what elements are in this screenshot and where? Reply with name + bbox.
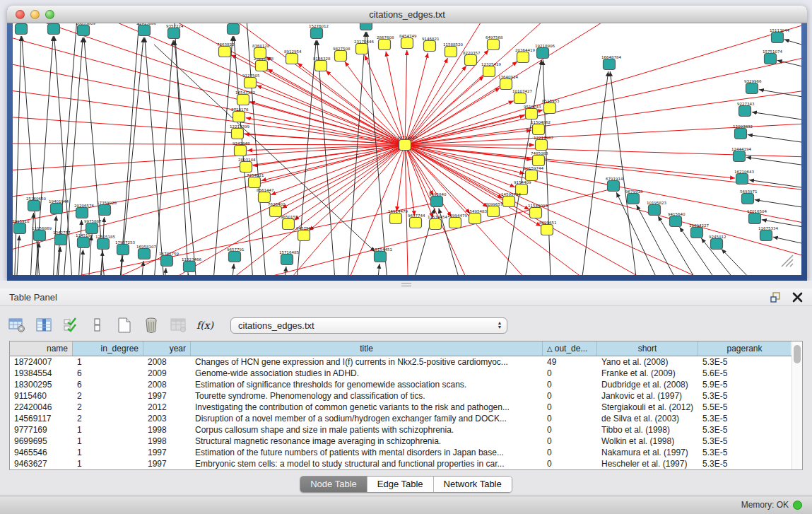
graph-node[interactable]: 10159744 (524, 166, 543, 181)
delete-table-icon[interactable] (140, 314, 163, 337)
table-cell[interactable]: 9463627 (10, 458, 73, 469)
table-cell[interactable]: 5.3E-5 (698, 413, 791, 424)
float-panel-icon[interactable] (770, 291, 782, 303)
table-cell[interactable]: 5.3E-5 (698, 436, 791, 447)
graph-node[interactable]: 15751074 (763, 49, 782, 64)
table-cell[interactable]: 1 (73, 356, 143, 368)
table-cell[interactable]: Franke et al. (2009) (597, 368, 698, 379)
table-cell[interactable]: 18724007 (10, 356, 73, 368)
graph-node[interactable]: 8099651 (539, 221, 557, 235)
graph-edge[interactable] (154, 45, 375, 252)
graph-node[interactable]: 10694227 (689, 223, 709, 238)
graph-node[interactable]: 11323466 (182, 257, 201, 272)
table-cell[interactable]: de Silva et al. (2003) (597, 413, 698, 424)
table-cell[interactable]: 0 (543, 424, 597, 436)
graph-node[interactable]: 8457565 (296, 226, 314, 241)
graph-edge[interactable] (14, 36, 21, 275)
graph-node[interactable]: 7485083 (531, 151, 548, 166)
graph-node[interactable]: 11675334 (758, 226, 778, 241)
table-cell[interactable]: 5.9E-5 (698, 379, 791, 390)
graph-edge[interactable] (748, 134, 801, 144)
graph-node[interactable]: 16648784 (601, 55, 621, 70)
table-cell[interactable]: 0 (543, 368, 597, 379)
table-cell[interactable]: 2008 (143, 379, 191, 390)
table-row[interactable]: 1830029562008Estimation of significance … (10, 379, 792, 390)
graph-node[interactable]: 9245012 (709, 235, 726, 250)
graph-edge[interactable] (119, 23, 140, 275)
graph-edge[interactable] (230, 264, 234, 275)
table-cell[interactable]: 19384554 (10, 368, 73, 379)
table-row[interactable]: 1938455462009Genome-wide association stu… (10, 368, 792, 379)
graph-node[interactable]: 2718176 (231, 107, 249, 122)
table-cell[interactable]: 5.3E-5 (698, 447, 791, 458)
table-cell[interactable]: 9115460 (10, 390, 73, 402)
graph-node[interactable]: 16914479 (388, 209, 408, 224)
graph-edge[interactable] (376, 264, 379, 275)
graph-node[interactable]: 9329966 (744, 79, 762, 94)
panel-resize-handle[interactable] (0, 281, 812, 288)
graph-node[interactable]: 9657791 (227, 247, 245, 262)
graph-node[interactable]: 21915086 (136, 23, 156, 36)
table-row[interactable]: 946362711997Embryonic stem cells: a mode… (10, 458, 792, 469)
graph-node[interactable]: 8186328 (313, 57, 331, 71)
graph-edge[interactable] (52, 216, 57, 275)
table-cell[interactable]: 2008 (143, 356, 191, 368)
table-cell[interactable]: 1 (73, 447, 143, 458)
table-cell[interactable]: 2003 (143, 413, 191, 424)
graph-node[interactable]: 12444194 (731, 147, 751, 162)
table-cell[interactable]: 0 (543, 390, 597, 402)
graph-node[interactable]: 17016504 (747, 209, 767, 224)
table-cell[interactable]: 5.3E-5 (698, 424, 791, 436)
select-mode-icon[interactable] (59, 314, 82, 337)
table-row[interactable]: 2242004622012Investigating the contribut… (10, 402, 792, 413)
graph-node[interactable]: 11156869 (32, 226, 52, 241)
table-cell[interactable]: 0 (543, 413, 597, 424)
graph-node[interactable]: 15154451 (372, 247, 392, 262)
network-canvas[interactable]: 1872400723226058912750516543382271817612… (13, 23, 801, 275)
graph-node[interactable]: 8220357 (463, 51, 481, 66)
graph-edge[interactable] (722, 249, 770, 275)
table-cell[interactable]: 5.3E-5 (698, 356, 791, 368)
graph-edge[interactable] (16, 235, 19, 275)
table-selector-dropdown[interactable]: citations_edges.txt ▲▼ (230, 317, 507, 334)
graph-node[interactable]: 25160650 (26, 197, 46, 211)
table-cell[interactable]: Nakamura et al. (1997) (597, 447, 698, 458)
resize-grip[interactable] (779, 252, 794, 268)
row-panel-icon[interactable] (86, 314, 109, 337)
table-cell[interactable]: 5.3E-5 (698, 458, 791, 469)
table-scrollbar[interactable] (792, 341, 802, 469)
graph-edge[interactable] (405, 145, 524, 174)
graph-edge[interactable] (755, 200, 801, 209)
graph-edge[interactable] (283, 267, 286, 275)
graph-node[interactable]: 8813054 (358, 23, 376, 30)
table-row[interactable]: 977716911998Corpus callosum shape and si… (10, 424, 792, 436)
table-cell[interactable]: Investigating the contribution of common… (191, 402, 543, 413)
table-row[interactable]: 969969511998Structural magnetic resonanc… (10, 436, 792, 447)
graph-node[interactable]: 8561447 (257, 188, 274, 203)
graph-edge[interactable] (746, 157, 801, 166)
graph-node[interactable]: 7254021 (247, 173, 264, 188)
graph-node[interactable]: 5693971 (740, 189, 758, 204)
table-cell[interactable]: 1 (73, 424, 143, 436)
column-header-title[interactable]: title (191, 341, 543, 356)
table-cell[interactable]: 9777169 (10, 424, 73, 436)
table-scrollbar-thumb[interactable] (794, 345, 801, 363)
column-header-in_degree[interactable]: in_degree (73, 341, 143, 356)
table-cell[interactable]: 5.6E-5 (698, 368, 791, 379)
table-cell[interactable]: 9699695 (10, 436, 73, 447)
show-columns-icon[interactable] (33, 314, 55, 337)
tab-edge-table[interactable]: Edge Table (367, 477, 434, 492)
graph-edge[interactable] (13, 145, 405, 172)
graph-edge[interactable] (773, 237, 801, 245)
network-window-titlebar[interactable]: citations_edges.txt (7, 6, 807, 23)
table-cell[interactable]: 2 (73, 402, 143, 413)
table-cell[interactable]: 0 (543, 447, 597, 458)
graph-node[interactable]: 8454749 (399, 34, 417, 49)
graph-node[interactable]: 20206576 (74, 204, 94, 218)
graph-node[interactable]: 9357224 (166, 24, 184, 39)
graph-node[interactable]: 11549093 (528, 204, 548, 218)
table-row[interactable]: 1456911722003Disruption of a novel membe… (10, 413, 792, 424)
graph-node[interactable]: 9242848 (233, 141, 250, 156)
graph-node[interactable]: 9657744 (408, 214, 425, 228)
table-row[interactable]: 911546021997Tourette syndrome. Phenomeno… (10, 390, 792, 402)
